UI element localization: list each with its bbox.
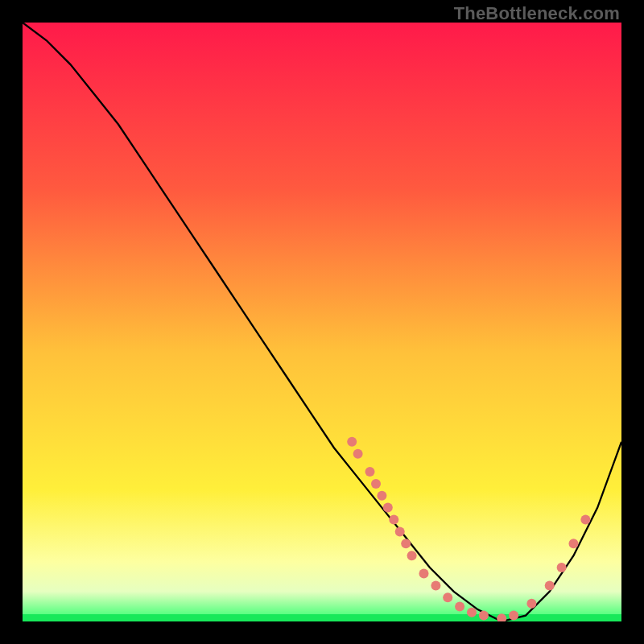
- curve-dot: [467, 608, 477, 617]
- curve-dot: [353, 449, 363, 459]
- curve-dot: [431, 580, 440, 590]
- curve-dot: [557, 563, 567, 572]
- curve-dot: [347, 437, 357, 447]
- curve-dot: [377, 491, 386, 501]
- curve-dot: [389, 515, 398, 525]
- curve-dot: [383, 503, 393, 513]
- curve-dot: [497, 613, 506, 621]
- curve-dot: [479, 611, 489, 621]
- curve-dots: [347, 437, 590, 621]
- plot-area: [23, 23, 621, 621]
- curve-dot: [443, 592, 452, 602]
- chart-container: TheBottleneck.com: [0, 0, 644, 644]
- bottleneck-curve: [23, 23, 621, 621]
- curve-dot: [371, 479, 381, 489]
- watermark-text: TheBottleneck.com: [454, 3, 620, 24]
- curve-dot: [455, 601, 464, 611]
- curve-dot: [569, 539, 579, 548]
- curve-dot: [580, 515, 590, 525]
- bottleneck-curve-svg: [23, 23, 621, 621]
- curve-dot: [365, 467, 375, 477]
- curve-dot: [401, 539, 411, 548]
- curve-dot: [545, 580, 555, 590]
- curve-dot: [407, 551, 417, 560]
- curve-dot: [395, 526, 405, 536]
- curve-dot: [419, 569, 429, 579]
- curve-dot: [526, 599, 536, 609]
- curve-dot: [509, 611, 518, 621]
